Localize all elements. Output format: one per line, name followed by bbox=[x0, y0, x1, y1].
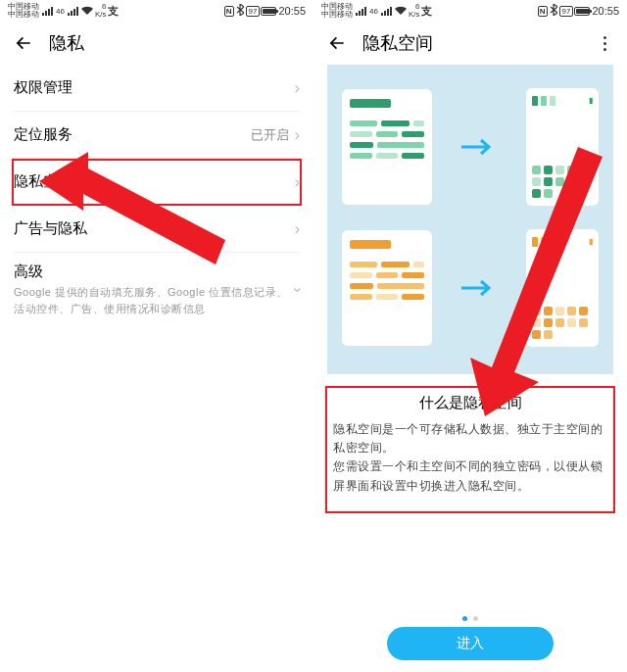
row-ads-privacy[interactable]: 广告与隐私› bbox=[14, 206, 300, 253]
page-indicator bbox=[314, 616, 627, 621]
alipay-icon: 支 bbox=[108, 4, 119, 19]
phone-right: 中国移动中国移动 46 6K/s 支 N 97 20:55 隐私空间 bbox=[314, 0, 627, 672]
row-location[interactable]: 定位服务 已开启 › bbox=[14, 112, 300, 159]
row-value: 已开启 bbox=[251, 126, 289, 144]
bluetooth-icon bbox=[550, 4, 557, 18]
row-permissions[interactable]: 权限管理› bbox=[14, 65, 300, 112]
card-lock-orange: ▮ bbox=[526, 229, 599, 347]
chevron-right-icon: › bbox=[295, 220, 300, 238]
wifi-icon bbox=[395, 6, 407, 17]
page-title: 隐私空间 bbox=[362, 31, 433, 55]
info-title: 什么是隐私空间 bbox=[333, 394, 607, 412]
enter-button[interactable]: 进入 bbox=[387, 627, 554, 660]
header: 隐私 bbox=[0, 22, 314, 65]
phone-left: 中国移动中国移动 46 6K/s 支 N 97 20:55 隐私 权限管理› bbox=[0, 0, 314, 672]
status-bar: 中国移动中国移动 46 6K/s 支 N 97 20:55 bbox=[0, 0, 314, 22]
info-text-1: 隐私空间是一个可存储私人数据、独立于主空间的私密空间。 bbox=[333, 420, 607, 457]
card-main-orange bbox=[342, 230, 432, 346]
clock: 20:55 bbox=[278, 5, 306, 17]
bluetooth-icon bbox=[236, 4, 244, 18]
signal-icon-2 bbox=[68, 7, 78, 16]
info-box: 什么是隐私空间 隐私空间是一个可存储私人数据、独立于主空间的私密空间。 您需设置… bbox=[327, 386, 613, 504]
page-title: 隐私 bbox=[49, 31, 84, 55]
row-private-space[interactable]: 隐私空间› bbox=[14, 159, 300, 206]
arrow-right-icon bbox=[461, 138, 497, 156]
illustration: ▮ ▮ bbox=[327, 65, 613, 374]
more-icon[interactable] bbox=[596, 36, 613, 51]
chevron-right-icon: › bbox=[295, 173, 300, 191]
row-advanced[interactable]: 高级 Google 提供的自动填充服务、Google 位置信息记录、活动控件、广… bbox=[14, 253, 300, 326]
chevron-right-icon: › bbox=[295, 126, 300, 144]
header: 隐私空间 bbox=[314, 22, 627, 65]
settings-list: 权限管理› 定位服务 已开启 › 隐私空间› 广告与隐私› 高级 Google … bbox=[0, 65, 314, 326]
card-lock-green: ▮ bbox=[526, 88, 599, 206]
back-icon[interactable] bbox=[14, 33, 33, 53]
battery-icon: 97 bbox=[246, 6, 277, 17]
wifi-icon bbox=[81, 6, 93, 17]
status-bar: 中国移动中国移动 46 6K/s 支 N 97 20:55 bbox=[314, 0, 627, 22]
nfc-icon: N bbox=[224, 6, 234, 17]
signal-icon bbox=[42, 7, 53, 16]
card-main-green bbox=[342, 89, 432, 205]
chevron-right-icon: › bbox=[295, 79, 300, 97]
info-text-2: 您需设置一个和主空间不同的独立密码，以便从锁屏界面和设置中切换进入隐私空间。 bbox=[333, 457, 607, 495]
alipay-icon: 支 bbox=[421, 4, 432, 19]
back-icon[interactable] bbox=[327, 33, 347, 53]
arrow-right-icon bbox=[461, 279, 497, 297]
chevron-down-icon: › bbox=[288, 287, 306, 292]
